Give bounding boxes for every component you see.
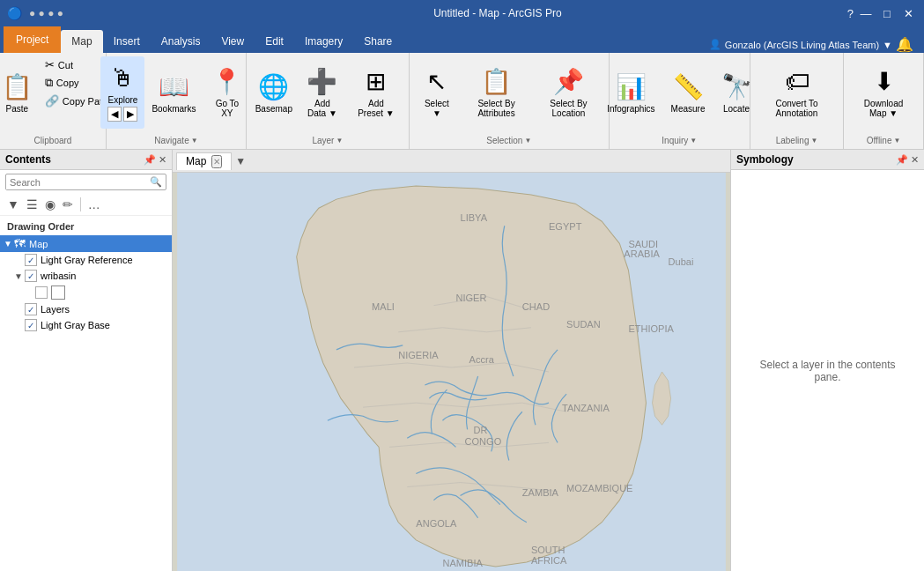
tree-label-wribasin: wribasin [41,271,76,281]
map-svg: LIBYA EGYPT SAUDI ARABIA Dubai MALI NIGE… [173,173,730,571]
infographics-icon: 📊 [616,72,647,101]
maximize-button[interactable]: □ [878,7,896,20]
checkbox-wribasin[interactable]: ✓ [25,270,37,282]
more-options-button[interactable]: … [86,196,102,213]
map-tab-bar: Map ✕ ▼ [173,150,730,173]
goto-icon: 📍 [211,67,242,96]
svg-text:AFRICA: AFRICA [531,555,567,566]
symbol-view-button[interactable]: ◉ [43,196,57,213]
bookmarks-icon: 📖 [159,72,189,101]
basemap-button[interactable]: 🌐 Basemap [252,56,296,129]
filter-button[interactable]: ▼ [5,196,21,213]
symbology-panel-header: Symbology 📌 ✕ [731,150,924,170]
checkbox-light-gray-base[interactable]: ✓ [25,319,37,331]
user-name: Gonzalo (ArcGIS Living Atlas Team) [725,40,879,50]
convert-annotation-button[interactable]: 🏷 Convert To Annotation [756,56,838,129]
tree-item-light-gray-base[interactable]: ✓ Light Gray Base [0,317,172,333]
download-map-icon: ⬇ [874,67,894,96]
svg-text:NIGER: NIGER [456,293,487,303]
svg-text:SOUTH: SOUTH [531,545,565,555]
ribbon-group-layer: 🌐 Basemap ➕ Add Data ▼ ⊞ Add Preset ▼ La… [247,53,410,149]
symbology-title: Symbology [736,153,794,166]
tab-map[interactable]: Map [61,30,102,53]
basemap-icon: 🌐 [258,72,289,101]
svg-text:MOZAMBIQUE: MOZAMBIQUE [566,483,632,493]
add-preset-button[interactable]: ⊞ Add Preset ▼ [349,56,403,129]
tab-insert[interactable]: Insert [103,30,151,53]
copy-icon: ⧉ [45,76,53,90]
select-button[interactable]: ↖ Select ▼ [415,56,459,129]
symbology-pin-button[interactable]: 📌 [896,154,908,166]
map-tab-close[interactable]: ✕ [211,155,222,168]
go-to-xy-button[interactable]: 📍 Go To XY [203,56,251,129]
expand-wribasin[interactable]: ▼ [14,271,25,281]
tree-item-light-gray-ref[interactable]: ✓ Light Gray Reference [0,252,172,268]
tab-edit[interactable]: Edit [255,30,294,53]
tab-view[interactable]: View [211,30,255,53]
tree-item-wribasin-sub[interactable] [0,284,172,301]
svg-text:Accra: Accra [469,354,495,365]
tab-project[interactable]: Project [4,26,61,53]
contents-pin-button[interactable]: 📌 [144,154,156,166]
svg-text:MALI: MALI [372,301,395,312]
contents-panel: Contents 📌 ✕ 🔍 ▼ ☰ ◉ ✏ … Drawing Order ▼… [0,150,173,571]
map-scroll-down[interactable]: ▼ [232,153,249,169]
search-container: 🔍 [5,174,166,190]
map-area: Map ✕ ▼ [173,150,730,571]
notification-bell[interactable]: 🔔 [896,36,913,53]
svg-text:EGYPT: EGYPT [549,221,582,232]
tab-analysis[interactable]: Analysis [151,30,211,53]
explore-back[interactable]: ◀ [107,107,122,122]
add-data-icon: ➕ [307,67,337,96]
checkbox-wribasin-sub[interactable] [35,286,48,299]
tab-share[interactable]: Share [353,30,403,53]
wribasin-symbol [51,286,65,300]
tree-item-layers[interactable]: ✓ Layers [0,301,172,317]
svg-text:Dubai: Dubai [669,256,694,267]
add-data-button[interactable]: ➕ Add Data ▼ [298,56,347,129]
select-by-location-button[interactable]: 📌 Select By Location [534,56,602,129]
drawing-order-label: Drawing Order [0,219,172,235]
ribbon-group-clipboard: 📋 Paste ✂ Cut ⧉ Copy 🔗 Copy Path [0,53,107,149]
map-canvas[interactable]: LIBYA EGYPT SAUDI ARABIA Dubai MALI NIGE… [173,173,730,571]
help-button[interactable]: ? [847,7,854,20]
tree-item-wribasin[interactable]: ▼ ✓ wribasin [0,268,172,284]
paste-button[interactable]: 📋 Paste [0,56,40,129]
infographics-button[interactable]: 📊 Infographics [600,56,662,129]
search-input[interactable] [6,175,146,189]
svg-text:CHAD: CHAD [522,301,550,312]
select-icon: ↖ [426,67,447,96]
checkbox-light-gray-ref[interactable]: ✓ [25,254,37,266]
select-by-attributes-button[interactable]: 📋 Select By Attributes [461,56,532,129]
symbology-close-button[interactable]: ✕ [911,154,919,166]
map-tab[interactable]: Map ✕ [176,152,232,170]
checkbox-layers[interactable]: ✓ [25,303,37,315]
explore-forward[interactable]: ▶ [123,107,137,122]
svg-text:TANZANIA: TANZANIA [562,403,610,413]
add-preset-icon: ⊞ [366,67,386,96]
measure-icon: 📏 [673,72,704,101]
expand-map[interactable]: ▼ [4,239,14,248]
ribbon-tab-bar: Project Map Insert Analysis View Edit Im… [0,26,924,53]
minimize-button[interactable]: — [857,7,875,20]
svg-text:ARABIA: ARABIA [624,248,660,259]
ribbon-group-navigate: 🖱 Explore ◀ ▶ 📖 Bookmarks 📍 Go To XY Nav… [107,53,247,149]
symbology-hint: Select a layer in the contents pane. [731,170,924,571]
svg-text:SUDAN: SUDAN [566,319,601,330]
draw-view-button[interactable]: ✏ [61,196,75,213]
explore-button[interactable]: 🖱 Explore ◀ ▶ [100,56,144,129]
list-view-button[interactable]: ☰ [25,196,40,213]
measure-button[interactable]: 📏 Measure [664,56,713,129]
ribbon-group-offline: ⬇ Download Map ▼ Offline ▼ [844,53,924,149]
locate-icon: 🔭 [721,72,752,101]
close-button[interactable]: ✕ [899,7,917,20]
bookmarks-button[interactable]: 📖 Bookmarks [146,56,201,129]
download-map-button[interactable]: ⬇ Download Map ▼ [849,56,918,129]
tree-item-map[interactable]: ▼ 🗺 Map [0,235,172,252]
tree-label-light-gray-base: Light Gray Base [41,320,110,330]
contents-close-button[interactable]: ✕ [159,154,166,166]
tab-imagery[interactable]: Imagery [294,30,353,53]
svg-text:ANGOLA: ANGOLA [416,518,457,529]
select-attributes-icon: 📋 [481,67,512,96]
search-button[interactable]: 🔍 [146,174,166,189]
